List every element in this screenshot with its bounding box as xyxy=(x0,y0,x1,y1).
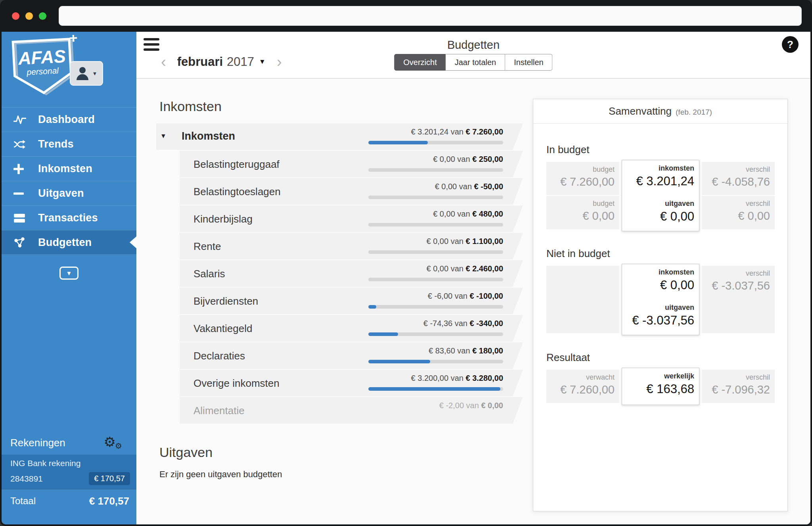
tab-overzicht[interactable]: Overzicht xyxy=(394,54,446,71)
sidebar-item-inkomsten[interactable]: Inkomsten xyxy=(2,156,136,181)
sidebar-item-uitgaven[interactable]: Uitgaven xyxy=(2,181,136,205)
budget-row-rente[interactable]: Rente€ 0,00 van € 1.100,00 xyxy=(156,233,523,259)
sidebar-item-trends[interactable]: Trends xyxy=(2,132,136,156)
budget-row-declaraties[interactable]: Declaraties€ 83,60 van € 180,00 xyxy=(156,342,523,369)
minimize-window-button[interactable] xyxy=(25,12,33,20)
plus-icon xyxy=(13,164,28,174)
sidebar-item-budgetten[interactable]: Budgetten xyxy=(2,230,136,255)
previous-month-icon[interactable]: ‹ xyxy=(159,54,169,69)
budget-row-label: Declaraties xyxy=(193,350,245,362)
budget-rows: ▼Inkomsten€ 3.201,24 van € 7.260,00Belas… xyxy=(156,123,523,424)
summary-grid-not-in-budget: inkomsten € 0,00 uitgaven € -3.037,56 ve… xyxy=(546,266,774,333)
tab-instellen[interactable]: Instellen xyxy=(505,54,553,71)
nodes-icon xyxy=(13,236,28,248)
progress-track xyxy=(368,196,503,199)
bank-name: ING Bank rekening xyxy=(10,459,130,468)
progress-track xyxy=(368,278,503,281)
cell-difference-expenses: verschil € 0,00 xyxy=(702,196,775,229)
question-mark-icon: ? xyxy=(787,38,793,51)
zoom-window-button[interactable] xyxy=(39,12,46,20)
progress-track xyxy=(368,250,503,254)
budget-row-amounts: € 0,00 van € 250,00 xyxy=(433,155,503,164)
accounts-header: Rekeningen ⚙ ⚙ xyxy=(2,432,136,454)
budget-row-amounts: € -74,36 van € -340,00 xyxy=(423,319,503,328)
progress-track xyxy=(368,332,503,336)
budget-row-label: Belastingtoeslagen xyxy=(193,186,281,198)
close-window-button[interactable] xyxy=(12,12,19,20)
help-button[interactable]: ? xyxy=(782,36,799,53)
view-tabs: Overzicht Jaar totalen Instellen xyxy=(394,54,552,71)
cell-expected: verwacht € 7.260,00 xyxy=(546,370,619,403)
cell-actual-result: werkelijk € 163,68 xyxy=(622,368,699,405)
progress-track xyxy=(368,387,503,391)
budget-row-label: Inkomsten xyxy=(182,130,235,142)
sidebar-item-label: Inkomsten xyxy=(38,163,92,175)
settings-gear-small-icon: ⚙ xyxy=(115,441,122,451)
sidebar-item-label: Trends xyxy=(38,138,74,150)
summary-grid-in-budget: budget € 7.260,00 inkomsten € 3.201,24 u… xyxy=(546,162,774,229)
cell-actuals-box: inkomsten € 3.201,24 uitgaven € 0,00 xyxy=(622,160,699,231)
budget-row-label: Belastingteruggaaf xyxy=(193,158,280,171)
summary-heading-in-budget: In budget xyxy=(546,144,774,156)
afas-logo: AFAS personal + xyxy=(6,35,80,103)
budget-row-inkomsten[interactable]: ▼Inkomsten€ 3.201,24 van € 7.260,00 xyxy=(156,123,523,150)
accounts-title: Rekeningen xyxy=(10,437,65,449)
sidebar-expand-button[interactable]: ▼ xyxy=(59,267,79,280)
sidebar-item-dashboard[interactable]: Dashboard xyxy=(2,107,136,132)
bank-account-item[interactable]: ING Bank rekening 2843891 € 170,57 xyxy=(2,455,136,489)
budget-row-amounts: € 0,00 van € 2.460,00 xyxy=(427,264,504,273)
cards-icon xyxy=(13,213,28,223)
cell-unbudgeted-difference: verschil € -3.037,56 xyxy=(702,266,775,333)
budget-row-bijverdiensten[interactable]: Bijverdiensten€ -6,00 van € -100,00 xyxy=(156,288,523,314)
browser-address-bar[interactable] xyxy=(59,6,802,26)
user-menu-button[interactable]: ▼ xyxy=(70,61,103,86)
sidebar-item-transacties[interactable]: Transacties xyxy=(2,205,136,230)
main-area: Budgetten ? ‹ februari 2017 ▼ › Overzich… xyxy=(136,32,810,524)
summary-heading-not-in-budget: Niet in budget xyxy=(546,248,774,260)
budget-row-kinderbijslag[interactable]: Kinderbijslag€ 0,00 van € 480,00 xyxy=(156,205,523,232)
progress-fill xyxy=(368,360,430,363)
budgets-content: Inkomsten ▼Inkomsten€ 3.201,24 van € 7.2… xyxy=(136,79,810,524)
budget-row-vakantiegeld[interactable]: Vakantiegeld€ -74,36 van € -340,00 xyxy=(156,315,523,342)
budget-row-salaris[interactable]: Salaris€ 0,00 van € 2.460,00 xyxy=(156,260,523,287)
budget-row-label: Salaris xyxy=(193,268,225,280)
sidebar-item-label: Dashboard xyxy=(38,113,95,126)
income-section-heading: Inkomsten xyxy=(159,99,222,114)
tab-jaar-totalen[interactable]: Jaar totalen xyxy=(446,54,506,71)
month-year: 2017 xyxy=(227,55,254,69)
logo-sub-text: personal xyxy=(26,66,59,77)
month-name: februari xyxy=(177,55,223,69)
selected-item-arrow xyxy=(130,236,136,248)
shuffle-icon xyxy=(13,139,28,150)
summary-grid-result: verwacht € 7.260,00 werkelijk € 163,68 xyxy=(546,370,774,403)
budget-row-belastingteruggaaf[interactable]: Belastingteruggaaf€ 0,00 van € 250,00 xyxy=(156,151,523,177)
logo-brand-text: AFAS xyxy=(17,46,67,69)
budget-row-belastingtoeslagen[interactable]: Belastingtoeslagen€ 0,00 van € -50,00 xyxy=(156,178,523,205)
page-title: Budgetten xyxy=(447,38,500,52)
account-number: 2843891 xyxy=(10,474,43,484)
progress-track xyxy=(368,168,503,172)
budget-row-label: Rente xyxy=(193,240,221,253)
collapse-toggle-icon[interactable]: ▼ xyxy=(160,132,167,140)
sidebar-item-label: Budgetten xyxy=(38,236,92,249)
progress-fill xyxy=(368,387,500,391)
budget-row-amounts: € 0,00 van € 1.100,00 xyxy=(427,237,504,246)
main-header: Budgetten ? ‹ februari 2017 ▼ › Overzich… xyxy=(136,32,810,79)
budget-row-alimentatie[interactable]: Alimentatie€ -2,00 van € 0,00 xyxy=(156,397,523,424)
month-selector[interactable]: februari 2017 ▼ xyxy=(177,55,266,69)
budget-row-amounts: € 0,00 van € 480,00 xyxy=(433,209,503,219)
minus-icon xyxy=(13,188,28,199)
budget-row-label: Vakantiegeld xyxy=(193,323,252,335)
settings-gear-icon[interactable]: ⚙ ⚙ xyxy=(104,434,116,450)
next-month-icon[interactable]: › xyxy=(274,54,284,69)
budget-row-amounts: € 3.200,00 van € 3.280,00 xyxy=(411,374,503,383)
chevron-down-icon: ▼ xyxy=(66,270,72,276)
summary-title: Samenvatting xyxy=(609,105,672,117)
budget-row-overige-inkomsten[interactable]: Overige inkomsten€ 3.200,00 van € 3.280,… xyxy=(156,370,523,396)
cell-result-difference: verschil € -7.096,32 xyxy=(702,370,775,403)
budget-row-amounts: € -2,00 van € 0,00 xyxy=(439,401,503,410)
budget-row-label: Bijverdiensten xyxy=(193,295,258,307)
hamburger-menu-icon[interactable] xyxy=(144,38,159,51)
budget-row-amounts: € 0,00 van € -50,00 xyxy=(435,182,503,191)
budget-row-label: Alimentatie xyxy=(193,405,245,417)
